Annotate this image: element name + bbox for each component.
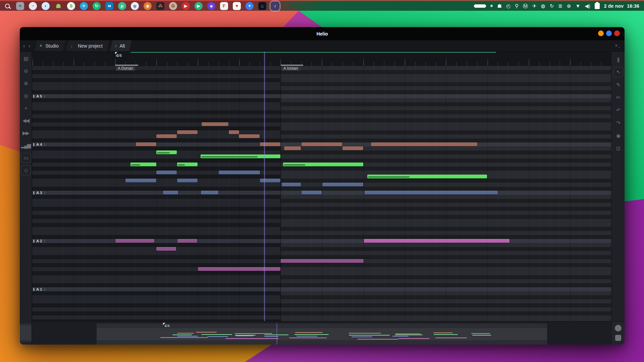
note-clip-blue[interactable] (302, 191, 322, 194)
telegram-tray-icon[interactable]: ✈ (532, 3, 537, 8)
volume-levels-button[interactable]: ▂▄▆ (21, 140, 31, 150)
media-player-green-icon[interactable]: ▶ (195, 2, 203, 10)
note-clip-brown[interactable] (342, 146, 363, 150)
note-clip-purple[interactable] (156, 247, 176, 251)
note-clip-purple[interactable] (177, 239, 197, 243)
flame-app-icon[interactable]: ♨ (258, 2, 266, 10)
zoom-selection-button[interactable]: ◎ (21, 91, 31, 101)
cards-app-icon[interactable]: ♥ (233, 2, 241, 10)
note-clip-brown[interactable] (371, 142, 477, 146)
minimize-button[interactable] (598, 31, 604, 36)
volume-icon[interactable]: ◀) (585, 3, 590, 8)
note-clip-blue[interactable] (156, 171, 177, 174)
lock-button[interactable]: ⊡ (613, 143, 623, 154)
timer-icon[interactable]: ◴ (506, 3, 511, 8)
sync-tray-icon[interactable]: ↻ (550, 3, 554, 8)
scroll-mode-button[interactable] (615, 325, 622, 331)
tab-alt[interactable]: ♪Alt (110, 40, 132, 51)
note-clip-blue[interactable] (365, 191, 498, 194)
track-label[interactable]: A 5⟩ (32, 94, 45, 98)
nav-forward-button[interactable]: › (29, 43, 31, 49)
note-clip-green[interactable] (156, 150, 177, 154)
radio-app-icon[interactable]: ψ (131, 2, 139, 10)
log-list-icon[interactable]: ≣ (558, 3, 562, 8)
close-button[interactable] (614, 31, 620, 36)
annotation-tag-button[interactable]: ◇ (21, 165, 31, 175)
time-signature-label[interactable]: 4/4 (116, 53, 122, 58)
piano-roll[interactable]: 4/4 A DorianA Ionian A 5⟩A 4⟩A 3⟩A 2⟩A 1… (32, 52, 611, 321)
notes-app-icon[interactable]: S (67, 2, 75, 10)
note-clip-green[interactable] (201, 155, 280, 158)
nav-back-button[interactable]: ‹ (23, 43, 25, 49)
tab-studio[interactable]: ✶Studio (34, 40, 65, 51)
note-clip-purple[interactable] (198, 267, 280, 271)
note-clip-purple[interactable] (280, 259, 364, 263)
redo-button[interactable]: ↷ (613, 118, 623, 128)
note-clip-brown[interactable] (229, 130, 239, 134)
zoom-mode-button[interactable] (615, 335, 621, 341)
paint-roller-tool-button[interactable]: ▭ (21, 153, 31, 163)
rewind-button[interactable]: ◀◀ (21, 116, 31, 126)
note-clip-blue[interactable] (322, 183, 363, 186)
fast-forward-button[interactable]: ▶▶ (21, 128, 31, 138)
track-label[interactable]: A 1⟩ (32, 287, 45, 291)
battery-pill-indicator[interactable] (474, 4, 486, 8)
note-clip-brown[interactable] (260, 142, 280, 146)
thunderbird-icon[interactable]: ◗ (42, 2, 50, 10)
note-clip-blue[interactable] (282, 183, 301, 186)
archive-manager-icon[interactable]: ≡ (16, 2, 24, 10)
note-clip-blue[interactable] (260, 179, 280, 182)
tab-new-project[interactable]: ♩New project (66, 40, 109, 51)
undo-button[interactable]: ↶ (613, 105, 623, 115)
battery-icon[interactable] (595, 3, 600, 9)
zoom-in-button[interactable]: ⊕ (21, 78, 31, 88)
timeline-ruler[interactable]: 4/4 (32, 52, 611, 66)
note-clip-green[interactable] (367, 175, 487, 178)
gimp-icon[interactable]: G (169, 2, 177, 10)
note-clip-brown[interactable] (156, 134, 177, 138)
focus-playhead-button[interactable]: ⌖ (21, 103, 31, 113)
note-clip-brown[interactable] (302, 142, 342, 146)
note-clip-blue[interactable] (163, 191, 178, 194)
trello-icon[interactable]: ▮▮ (105, 2, 113, 10)
note-clip-green[interactable] (130, 163, 156, 166)
pen-tool-button[interactable]: ✎ (613, 80, 623, 90)
note-clip-purple[interactable] (115, 239, 154, 243)
telegram-icon[interactable]: ✈ (80, 2, 88, 10)
sync-app-icon[interactable]: ↻ (93, 2, 101, 10)
note-clip-brown[interactable] (136, 142, 156, 146)
note-clip-magenta[interactable] (364, 239, 509, 243)
cursor-tool-button[interactable]: ↖ (613, 67, 623, 77)
tor-browser-icon[interactable]: ◔ (29, 2, 37, 10)
media-player-red-icon[interactable]: ▶ (182, 2, 190, 10)
console-button[interactable]: >_ (615, 44, 625, 48)
rawtherapee-icon[interactable]: ◉ (144, 2, 152, 10)
title-bar[interactable]: Helio (20, 27, 625, 40)
note-clip-green[interactable] (283, 163, 363, 166)
project-minimap-bar[interactable]: 4/4 (32, 321, 625, 345)
note-clip-green[interactable] (177, 163, 198, 166)
key-icon[interactable]: ⚲ (515, 3, 519, 8)
track-label[interactable]: A 2⟩ (32, 239, 45, 243)
patterns-view-button[interactable]: ||| (613, 54, 623, 64)
wifi-icon[interactable]: ▼ (575, 3, 580, 8)
pcloud-icon[interactable]: ρ (118, 2, 126, 10)
davinci-resolve-icon[interactable]: ⁂ (156, 2, 164, 10)
maximize-button[interactable] (606, 31, 612, 36)
minimap-playhead[interactable] (277, 323, 277, 345)
metro-app-icon[interactable]: Ⓜ (523, 3, 528, 8)
search-icon[interactable] (3, 2, 11, 10)
key-signature-label[interactable]: A Dorian (116, 66, 135, 71)
note-clip-brown[interactable] (284, 146, 301, 150)
note-clip-brown[interactable] (177, 130, 198, 134)
account-circle-icon[interactable]: ◍ (541, 3, 545, 8)
user-icon[interactable]: ☗ (497, 3, 501, 8)
zoom-out-button[interactable]: ⊖ (21, 66, 31, 76)
track-label[interactable]: A 4⟩ (32, 142, 45, 146)
note-clip-brown[interactable] (239, 134, 260, 138)
note-clip-blue[interactable] (201, 191, 218, 194)
note-clip-blue[interactable] (219, 171, 260, 174)
helio-app-icon[interactable]: ♪ (271, 2, 279, 10)
playhead[interactable] (264, 52, 265, 321)
layout-switch-button[interactable]: ▤ (21, 54, 31, 64)
